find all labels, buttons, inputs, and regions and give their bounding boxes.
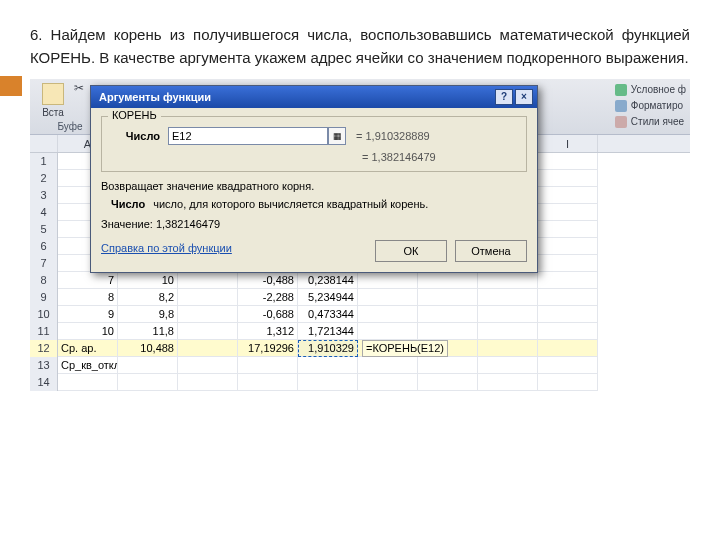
clipboard-icon [42, 83, 64, 105]
format-table-button[interactable]: Форматиро [615, 99, 686, 113]
cell[interactable] [538, 272, 598, 289]
cell[interactable] [178, 357, 238, 374]
cell[interactable] [538, 187, 598, 204]
cell[interactable] [238, 357, 298, 374]
cell[interactable] [538, 306, 598, 323]
row-header[interactable]: 9 [30, 289, 58, 306]
cell[interactable] [418, 357, 478, 374]
cell[interactable] [178, 289, 238, 306]
cell[interactable] [478, 357, 538, 374]
cell[interactable]: Ср_кв_откл [58, 357, 118, 374]
cut-icon[interactable]: ✂ [74, 81, 84, 95]
arg-input[interactable] [168, 127, 328, 145]
row-header[interactable]: 13 [30, 357, 58, 374]
help-button[interactable]: ? [495, 89, 513, 105]
row-header[interactable]: 8 [30, 272, 58, 289]
cell[interactable]: 9 [58, 306, 118, 323]
cell[interactable] [358, 306, 418, 323]
cell[interactable] [478, 289, 538, 306]
row-header[interactable]: 14 [30, 374, 58, 391]
cell[interactable] [538, 204, 598, 221]
col-corner[interactable] [30, 135, 58, 152]
cell[interactable] [358, 374, 418, 391]
cell[interactable]: 10 [118, 272, 178, 289]
row-header[interactable]: 5 [30, 221, 58, 238]
row-header[interactable]: 6 [30, 238, 58, 255]
cell[interactable]: 8,2 [118, 289, 178, 306]
cell[interactable] [538, 357, 598, 374]
cell[interactable]: -0,688 [238, 306, 298, 323]
cell[interactable] [298, 357, 358, 374]
cell[interactable]: 17,19296 [238, 340, 298, 357]
result-value: Значение: 1,382146479 [101, 218, 527, 230]
function-description: Возвращает значение квадратного корня. [101, 180, 527, 192]
cell[interactable] [538, 153, 598, 170]
row-header[interactable]: 4 [30, 204, 58, 221]
row-header[interactable]: 12 [30, 340, 58, 357]
col-header[interactable]: I [538, 135, 598, 152]
range-selector-button[interactable]: ▦ [328, 127, 346, 145]
paste-button[interactable]: Вста [36, 83, 70, 123]
row-header[interactable]: 2 [30, 170, 58, 187]
cell[interactable] [478, 306, 538, 323]
cell[interactable] [358, 289, 418, 306]
cell[interactable] [358, 357, 418, 374]
cell[interactable] [538, 289, 598, 306]
cell[interactable] [58, 374, 118, 391]
cancel-button[interactable]: Отмена [455, 240, 527, 262]
cell[interactable] [178, 374, 238, 391]
row-header[interactable]: 10 [30, 306, 58, 323]
row-header[interactable]: 1 [30, 153, 58, 170]
cell[interactable] [538, 340, 598, 357]
dialog-titlebar[interactable]: Аргументы функции ? × [91, 86, 537, 108]
cell[interactable]: 0,473344 [298, 306, 358, 323]
cell[interactable] [478, 374, 538, 391]
conditional-format-button[interactable]: Условное ф [615, 83, 686, 97]
row-header[interactable]: 7 [30, 255, 58, 272]
excel-screenshot: Вста ✂ Буфе A▴ A▾ Общий Условное ф Форма… [30, 79, 690, 449]
cell[interactable]: 10,488 [118, 340, 178, 357]
cell[interactable]: 10 [58, 323, 118, 340]
cell[interactable] [538, 238, 598, 255]
help-link[interactable]: Справка по этой функции [101, 242, 232, 254]
cell[interactable] [178, 272, 238, 289]
cell[interactable] [538, 323, 598, 340]
cell[interactable] [478, 323, 538, 340]
cell[interactable] [298, 374, 358, 391]
cell[interactable]: -0,488 [238, 272, 298, 289]
cell[interactable] [358, 272, 418, 289]
cell[interactable]: 9,8 [118, 306, 178, 323]
cell[interactable]: 7 [58, 272, 118, 289]
row-header[interactable]: 3 [30, 187, 58, 204]
cell[interactable] [538, 170, 598, 187]
cell[interactable]: 11,8 [118, 323, 178, 340]
cell[interactable]: 1,721344 [298, 323, 358, 340]
ok-button[interactable]: ОК [375, 240, 447, 262]
cell[interactable] [358, 323, 418, 340]
cell-styles-button[interactable]: Стили ячее [615, 115, 686, 129]
cell[interactable]: 8 [58, 289, 118, 306]
cell[interactable] [178, 306, 238, 323]
cell[interactable]: Ср. ар. [58, 340, 118, 357]
cell[interactable] [178, 340, 238, 357]
row-header[interactable]: 11 [30, 323, 58, 340]
cell[interactable] [418, 323, 478, 340]
cell[interactable] [538, 374, 598, 391]
cell[interactable] [478, 340, 538, 357]
cell[interactable]: 1,312 [238, 323, 298, 340]
cell[interactable] [418, 374, 478, 391]
cell[interactable] [238, 374, 298, 391]
cell[interactable] [178, 323, 238, 340]
cell[interactable] [118, 357, 178, 374]
cell[interactable] [118, 374, 178, 391]
close-button[interactable]: × [515, 89, 533, 105]
cell[interactable]: 0,238144 [298, 272, 358, 289]
cell[interactable]: 5,234944 [298, 289, 358, 306]
cell[interactable] [478, 272, 538, 289]
cell[interactable] [538, 221, 598, 238]
cell[interactable] [418, 289, 478, 306]
cell[interactable] [418, 272, 478, 289]
cell[interactable] [538, 255, 598, 272]
cell[interactable] [418, 306, 478, 323]
cell[interactable]: -2,288 [238, 289, 298, 306]
